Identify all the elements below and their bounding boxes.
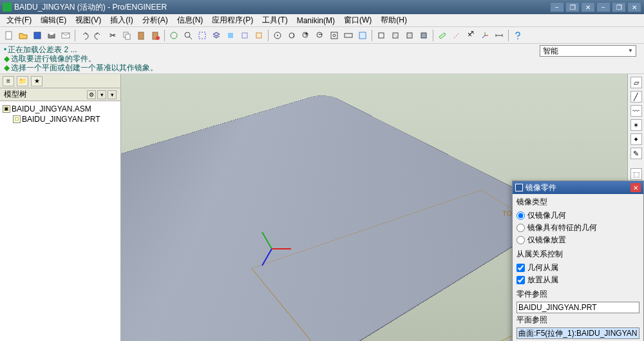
opt-geom-only[interactable]: 仅镜像几何 <box>516 209 639 222</box>
annot-toggle[interactable] <box>493 29 506 42</box>
datum-axis-toggle[interactable] <box>450 29 463 42</box>
model-tree[interactable]: ▣BAIDU_JINGYAN.ASM □BAIDU_JINGYAN.PRT <box>0 101 120 341</box>
part-ref-label: 零件参照 <box>516 289 639 300</box>
menu-tools[interactable]: 工具(T) <box>258 14 291 27</box>
inner-close-button[interactable]: ✕ <box>627 2 641 12</box>
svg-rect-13 <box>199 32 205 39</box>
svg-rect-14 <box>228 33 233 38</box>
shade-1[interactable] <box>375 29 388 42</box>
undo-button[interactable] <box>78 29 91 42</box>
refit-button[interactable] <box>342 29 355 42</box>
tool-b[interactable] <box>238 29 251 42</box>
dialog-close-button[interactable]: ✕ <box>630 183 641 192</box>
part-ref-field[interactable]: BAIDU_JINGYAN.PRT <box>516 302 639 313</box>
dialog-icon <box>515 184 523 191</box>
dialog-title: 镜像零件 <box>526 182 556 193</box>
svg-point-10 <box>171 32 177 39</box>
tool-c[interactable] <box>252 29 265 42</box>
cut-button[interactable]: ✂ <box>106 29 119 42</box>
tree-header: 模型树 ⚙ ▾ ▾ <box>0 88 120 101</box>
rt-csys[interactable]: ✦ <box>630 133 642 145</box>
window-title: BAIDU_JINGYAN (活动的) - Pro/ENGINEER <box>14 2 167 13</box>
tree-child[interactable]: □BAIDU_JINGYAN.PRT <box>3 114 118 124</box>
msg-2: 选取要进行镜像的零件。 <box>11 54 96 63</box>
tree-tab-3[interactable]: ★ <box>31 76 43 86</box>
find-button[interactable] <box>182 29 194 42</box>
menu-app[interactable]: 应用程序(P) <box>208 14 257 27</box>
filter-combo[interactable]: 智能▼ <box>540 45 636 57</box>
paste-special-button[interactable] <box>149 29 162 42</box>
rt-curve[interactable]: 〰 <box>630 105 642 117</box>
plane-ref-field[interactable]: 曲面:F5(拉伸_1):BAIDU_JINGYAN <box>516 327 639 339</box>
redo-button[interactable] <box>92 29 105 42</box>
minimize-button[interactable]: − <box>550 2 564 12</box>
svg-rect-7 <box>138 32 144 39</box>
saved-view[interactable] <box>356 29 369 42</box>
inner-minimize-button[interactable]: − <box>596 2 611 12</box>
rt-assemble[interactable]: ⬚ <box>630 168 642 180</box>
view-spin[interactable] <box>285 29 298 42</box>
restore-button[interactable]: ❐ <box>565 2 580 12</box>
paste-button[interactable] <box>135 29 147 42</box>
inner-restore-button[interactable]: ❐ <box>612 2 626 12</box>
svg-rect-0 <box>6 32 12 39</box>
print-button[interactable] <box>45 29 58 42</box>
svg-text:+: + <box>304 31 308 39</box>
shade-4[interactable] <box>417 29 430 42</box>
menu-manikin[interactable]: Manikin(M) <box>293 15 339 26</box>
dialog-title-bar[interactable]: 镜像零件 ✕ <box>513 181 643 194</box>
app-icon <box>3 3 12 12</box>
menu-analyze[interactable]: 分析(A) <box>138 14 172 27</box>
datum-csys-toggle[interactable] <box>478 29 491 42</box>
datum-plane-toggle[interactable] <box>436 29 449 42</box>
select-button[interactable] <box>196 29 209 42</box>
svg-rect-3 <box>50 32 53 35</box>
msg-3: 选择一个平面或创建一个基准以其作镜象。 <box>11 63 158 72</box>
view-center[interactable] <box>271 29 284 42</box>
chk-place-dep[interactable]: 放置从属 <box>516 274 639 286</box>
menu-insert[interactable]: 插入(I) <box>106 14 137 27</box>
tool-a[interactable] <box>224 29 237 42</box>
message-area: •正在加载公差表 2 ... ◆选取要进行镜像的零件。 ◆选择一个平面或创建一个… <box>0 44 644 74</box>
rt-point[interactable]: ✶ <box>630 119 642 131</box>
svg-text:×: × <box>470 31 475 37</box>
tree-tab-1[interactable]: ≡ <box>3 76 14 86</box>
open-button[interactable] <box>17 29 30 42</box>
opt-geom-feat[interactable]: 镜像具有特征的几何 <box>516 222 639 234</box>
help-icon[interactable] <box>511 29 524 42</box>
svg-rect-27 <box>359 32 366 39</box>
svg-rect-26 <box>345 34 352 37</box>
tree-tabs: ≡ 📁 ★ <box>0 74 120 88</box>
rt-axis[interactable]: ╱ <box>630 91 642 102</box>
svg-line-33 <box>454 33 459 38</box>
copy-button[interactable] <box>120 29 133 42</box>
rt-sketch[interactable]: ✎ <box>630 148 642 159</box>
tree-tab-2[interactable]: 📁 <box>17 76 28 86</box>
zoom-in[interactable]: + <box>299 29 312 42</box>
datum-point-toggle[interactable]: ×× <box>464 29 477 42</box>
regen-button[interactable] <box>167 29 180 42</box>
rt-plane[interactable]: ▱ <box>630 77 642 88</box>
tree-tool-1[interactable]: ⚙ <box>87 90 96 99</box>
layer-button[interactable] <box>210 29 223 42</box>
zoom-out[interactable]: − <box>314 29 327 42</box>
menu-info[interactable]: 信息(N) <box>173 14 207 27</box>
menu-view[interactable]: 视图(V) <box>71 14 105 27</box>
opt-placement-only[interactable]: 仅镜像放置 <box>516 234 639 246</box>
save-button[interactable] <box>31 29 44 42</box>
chk-geom-dep[interactable]: 几何从属 <box>516 262 639 274</box>
menu-help[interactable]: 帮助(H) <box>377 14 411 27</box>
model-tree-panel: ≡ 📁 ★ 模型树 ⚙ ▾ ▾ ▣BAIDU_JINGYAN.ASM □BAID… <box>0 74 121 341</box>
tree-root[interactable]: ▣BAIDU_JINGYAN.ASM <box>3 104 118 114</box>
tree-tool-2[interactable]: ▾ <box>97 90 106 99</box>
menu-window[interactable]: 窗口(W) <box>340 14 375 27</box>
shade-3[interactable] <box>403 29 416 42</box>
new-button[interactable] <box>3 29 15 42</box>
tree-tool-3[interactable]: ▾ <box>108 90 117 99</box>
menu-edit[interactable]: 编辑(E) <box>37 14 70 27</box>
zoom-fit[interactable] <box>328 29 341 42</box>
mail-button[interactable] <box>59 29 72 42</box>
menu-file[interactable]: 文件(F) <box>3 14 35 27</box>
close-button[interactable]: ✕ <box>581 2 595 12</box>
shade-2[interactable] <box>389 29 402 42</box>
